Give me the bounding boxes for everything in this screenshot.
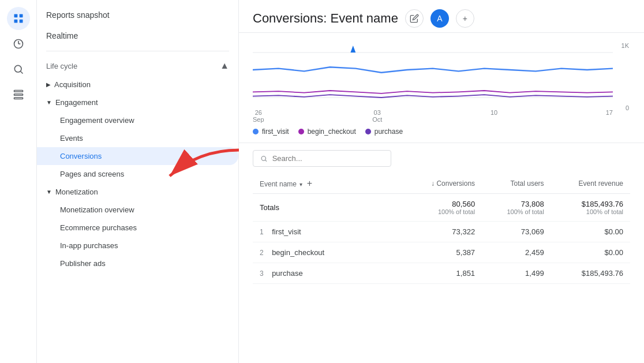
- totals-label: Totals: [253, 194, 404, 222]
- nav-home-icon[interactable]: [7, 7, 30, 30]
- x-label-26sep: 26 Sep: [253, 109, 264, 123]
- table-row: 3 purchase 1,851 1,499 $185,493.76: [253, 263, 630, 284]
- totals-row: Totals 80,560 100% of total 73,808 100% …: [253, 194, 630, 222]
- chart-y-labels: 1K 0: [621, 42, 630, 111]
- lifecycle-label: Life cycle: [46, 62, 77, 70]
- x-label-10: 10: [491, 109, 497, 123]
- svg-point-5: [14, 65, 21, 72]
- sidebar-section-engagement[interactable]: ▼ Engagement: [37, 93, 238, 111]
- nav-settings-icon[interactable]: [7, 83, 30, 106]
- chart-x-labels: 26 Sep 03 Oct 10 17: [253, 109, 613, 123]
- add-comparison-button[interactable]: +: [456, 9, 474, 28]
- row-3-conversions: 1,851: [404, 263, 482, 284]
- table-area: Event name ▾ + ↓ Conversions Total users…: [239, 143, 644, 363]
- nav-search-icon[interactable]: [7, 58, 30, 81]
- row-2-event-name[interactable]: begin_checkout: [272, 248, 324, 257]
- lifecycle-section-header[interactable]: Life cycle ▲: [37, 56, 238, 76]
- svg-line-6: [20, 72, 23, 74]
- sidebar-divider: [46, 51, 229, 51]
- edit-report-button[interactable]: [405, 9, 424, 28]
- legend-dot-first-visit: [253, 129, 259, 134]
- row-1-revenue: $0.00: [551, 222, 630, 242]
- row-2-num-name: 2 begin_checkout: [253, 242, 404, 263]
- legend-first-visit[interactable]: first_visit: [253, 128, 289, 136]
- main-content: Conversions: Event name A + 1K 0: [239, 0, 644, 363]
- icon-rail: [0, 0, 37, 363]
- monetization-label: Monetization: [55, 188, 98, 196]
- page-header: Conversions: Event name A +: [239, 0, 644, 33]
- data-table: Event name ▾ + ↓ Conversions Total users…: [253, 174, 630, 284]
- search-icon: [260, 155, 268, 163]
- svg-point-14: [261, 156, 265, 160]
- sidebar: Reports snapshot Realtime Life cycle ▲ ▶…: [37, 0, 239, 363]
- event-revenue-header: Event revenue: [551, 174, 630, 194]
- table-row: 1 first_visit 73,322 73,069 $0.00: [253, 222, 630, 242]
- engagement-expand-icon: ▼: [46, 99, 52, 106]
- sidebar-item-engagement-overview[interactable]: Engagement overview: [37, 111, 238, 129]
- y-label-0: 0: [626, 104, 629, 111]
- sidebar-item-conversions[interactable]: Conversions: [37, 147, 238, 165]
- add-dimension-button[interactable]: +: [305, 178, 314, 188]
- svg-rect-7: [14, 91, 23, 92]
- x-label-03oct: 03 Oct: [372, 109, 382, 123]
- page-title: Conversions: Event name: [253, 11, 398, 26]
- x-label-17: 17: [606, 109, 613, 123]
- row-3-event-name[interactable]: purchase: [272, 269, 302, 278]
- row-3-num-name: 3 purchase: [253, 263, 404, 284]
- total-users-header: Total users: [482, 174, 551, 194]
- chart-container: 1K 0 26 Sep: [253, 42, 630, 123]
- row-1-num-name: 1 first_visit: [253, 222, 404, 242]
- sidebar-item-realtime[interactable]: Realtime: [37, 25, 238, 46]
- row-num-3: 3: [260, 270, 264, 278]
- legend-label-first-visit: first_visit: [262, 128, 289, 136]
- sidebar-section-acquisition[interactable]: ▶ Acquisition: [37, 76, 238, 93]
- monetization-expand-icon: ▼: [46, 189, 52, 195]
- row-2-conversions: 5,387: [404, 242, 482, 263]
- legend-purchase[interactable]: purchase: [365, 128, 403, 136]
- svg-rect-3: [19, 20, 23, 23]
- row-1-users: 73,069: [482, 222, 551, 242]
- user-avatar[interactable]: A: [430, 9, 449, 28]
- row-num-2: 2: [260, 249, 264, 257]
- row-1-conversions: 73,322: [404, 222, 482, 242]
- svg-rect-8: [14, 94, 23, 96]
- sidebar-item-events[interactable]: Events: [37, 129, 238, 147]
- lifecycle-expand-icon: ▲: [220, 61, 229, 71]
- svg-rect-0: [14, 14, 17, 18]
- sidebar-item-ecommerce[interactable]: Ecommerce purchases: [37, 219, 238, 237]
- event-name-header[interactable]: Event name ▾ +: [253, 174, 404, 194]
- acquisition-expand-icon: ▶: [46, 81, 51, 88]
- search-input[interactable]: [272, 154, 384, 163]
- svg-rect-9: [14, 98, 23, 99]
- legend-dot-begin-checkout: [298, 129, 304, 134]
- svg-line-15: [265, 160, 267, 161]
- search-bar[interactable]: [253, 150, 391, 167]
- chart-legend: first_visit begin_checkout purchase: [253, 123, 630, 138]
- legend-label-purchase: purchase: [375, 128, 403, 136]
- row-3-revenue: $185,493.76: [551, 263, 630, 284]
- svg-marker-13: [350, 46, 355, 53]
- acquisition-label: Acquisition: [54, 80, 91, 89]
- legend-label-begin-checkout: begin_checkout: [308, 128, 356, 136]
- sidebar-item-pages-screens[interactable]: Pages and screens: [37, 165, 238, 183]
- sidebar-section-monetization[interactable]: ▼ Monetization: [37, 183, 238, 201]
- legend-begin-checkout[interactable]: begin_checkout: [298, 128, 356, 136]
- totals-users: 73,808 100% of total: [482, 194, 551, 222]
- sidebar-item-publisher-ads[interactable]: Publisher ads: [37, 255, 238, 272]
- chart-area: 1K 0 26 Sep: [239, 33, 644, 143]
- row-num-1: 1: [260, 228, 264, 236]
- sidebar-item-inapp[interactable]: In-app purchases: [37, 237, 238, 255]
- svg-rect-2: [14, 20, 17, 23]
- totals-revenue: $185,493.76 100% of total: [551, 194, 630, 222]
- row-2-users: 2,459: [482, 242, 551, 263]
- sidebar-item-reports-snapshot[interactable]: Reports snapshot: [37, 5, 238, 25]
- svg-rect-1: [19, 14, 23, 18]
- legend-dot-purchase: [365, 129, 371, 134]
- totals-conversions: 80,560 100% of total: [404, 194, 482, 222]
- row-3-users: 1,499: [482, 263, 551, 284]
- nav-reports-icon[interactable]: [7, 32, 30, 55]
- conversions-header[interactable]: ↓ Conversions: [404, 174, 482, 194]
- sidebar-item-monetization-overview[interactable]: Monetization overview: [37, 201, 238, 219]
- row-1-event-name[interactable]: first_visit: [272, 227, 301, 236]
- engagement-label: Engagement: [55, 98, 98, 107]
